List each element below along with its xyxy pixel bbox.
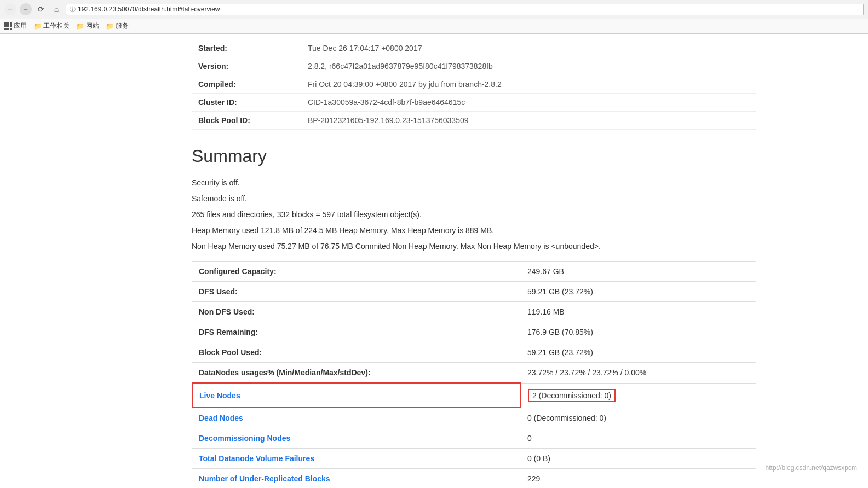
stat-label-text: DataNodes usages% (Min/Median/Max/stdDev… bbox=[199, 368, 371, 377]
stat-link[interactable]: Dead Nodes bbox=[199, 414, 243, 422]
stat-label-cell: Total Datanode Volume Failures bbox=[192, 449, 521, 469]
forward-button[interactable]: → bbox=[20, 3, 32, 15]
stat-row: Configured Capacity: 249.67 GB bbox=[192, 262, 756, 282]
info-table: Started: Tue Dec 26 17:04:17 +0800 2017 … bbox=[192, 39, 756, 130]
browser-chrome: ← → ⟳ ⌂ ⓘ 192.169.0.23:50070/dfshealth.h… bbox=[0, 0, 868, 34]
stat-value-cell: 59.21 GB (23.72%) bbox=[521, 342, 756, 363]
stat-label-cell: Dead Nodes bbox=[192, 408, 521, 428]
stat-label-cell: Block Pool Used: bbox=[192, 342, 521, 363]
info-row: Version: 2.8.2, r66c47f2a01ad9637879e95f… bbox=[192, 57, 756, 75]
info-row: Started: Tue Dec 26 17:04:17 +0800 2017 bbox=[192, 39, 756, 57]
work-label: 工作相关 bbox=[43, 21, 70, 31]
service-label: 服务 bbox=[116, 21, 129, 31]
stat-label-cell: Non DFS Used: bbox=[192, 302, 521, 322]
stat-label-cell: DFS Used: bbox=[192, 282, 521, 302]
apps-label: 应用 bbox=[14, 21, 27, 31]
summary-lines: Security is off.Safemode is off.265 file… bbox=[192, 177, 756, 252]
stat-row: Live Nodes2 (Decommissioned: 0) bbox=[192, 383, 756, 408]
highlight-value: 2 (Decommissioned: 0) bbox=[528, 389, 616, 402]
info-row: Block Pool ID: BP-2012321605-192.169.0.2… bbox=[192, 112, 756, 130]
stat-value-cell: 119.16 MB bbox=[521, 302, 756, 322]
stat-row: Total Datanode Volume Failures 0 (0 B) bbox=[192, 449, 756, 469]
summary-line: Non Heap Memory used 75.27 MB of 76.75 M… bbox=[192, 241, 756, 252]
back-button[interactable]: ← bbox=[4, 3, 16, 15]
stat-label-cell: Configured Capacity: bbox=[192, 262, 521, 282]
service-bookmark[interactable]: 📁 服务 bbox=[106, 21, 129, 31]
stat-row: DFS Used: 59.21 GB (23.72%) bbox=[192, 282, 756, 302]
stat-row: Non DFS Used: 119.16 MB bbox=[192, 302, 756, 322]
summary-heading: Summary bbox=[192, 146, 756, 166]
site-label: 网站 bbox=[86, 21, 99, 31]
apps-bookmark[interactable]: 应用 bbox=[4, 21, 27, 31]
bookmarks-bar: 应用 📁 工作相关 📁 网站 📁 服务 bbox=[0, 19, 868, 33]
stat-value-cell: 59.21 GB (23.72%) bbox=[521, 282, 756, 302]
security-icon: ⓘ bbox=[70, 5, 76, 14]
info-label: Block Pool ID: bbox=[192, 112, 301, 130]
stat-link[interactable]: Number of Under-Replicated Blocks bbox=[199, 474, 330, 483]
work-bookmark[interactable]: 📁 工作相关 bbox=[33, 21, 70, 31]
stat-row: Block Pool Used: 59.21 GB (23.72%) bbox=[192, 342, 756, 363]
summary-line: Security is off. bbox=[192, 177, 756, 189]
stat-row: DataNodes usages% (Min/Median/Max/stdDev… bbox=[192, 363, 756, 384]
stat-value-cell: 229 bbox=[521, 469, 756, 489]
stat-row: Number of Under-Replicated Blocks 229 bbox=[192, 469, 756, 489]
info-value: Tue Dec 26 17:04:17 +0800 2017 bbox=[301, 39, 756, 57]
summary-line: Heap Memory used 121.8 MB of 224.5 MB He… bbox=[192, 225, 756, 236]
info-value: CID-1a30059a-3672-4cdf-8b7f-b9ae6464615c bbox=[301, 94, 756, 112]
content-area: Started: Tue Dec 26 17:04:17 +0800 2017 … bbox=[0, 34, 767, 488]
browser-toolbar: ← → ⟳ ⌂ ⓘ 192.169.0.23:50070/dfshealth.h… bbox=[0, 0, 868, 19]
stat-value-cell: 23.72% / 23.72% / 23.72% / 0.00% bbox=[521, 363, 756, 384]
url-text: 192.169.0.23:50070/dfshealth.html#tab-ov… bbox=[78, 5, 220, 13]
apps-grid-icon bbox=[4, 22, 12, 30]
info-value: Fri Oct 20 04:39:00 +0800 2017 by jdu fr… bbox=[301, 75, 756, 94]
info-label: Started: bbox=[192, 39, 301, 57]
refresh-button[interactable]: ⟳ bbox=[35, 3, 47, 15]
info-label: Compiled: bbox=[192, 75, 301, 94]
info-row: Cluster ID: CID-1a30059a-3672-4cdf-8b7f-… bbox=[192, 94, 756, 112]
page-content: Started: Tue Dec 26 17:04:17 +0800 2017 … bbox=[0, 34, 868, 488]
stat-link[interactable]: Decommissioning Nodes bbox=[199, 434, 290, 443]
stat-label-cell: Live Nodes bbox=[192, 383, 521, 408]
stat-label-text: Non DFS Used: bbox=[199, 307, 255, 316]
stat-label-text: Configured Capacity: bbox=[199, 267, 277, 276]
stat-value-cell: 176.9 GB (70.85%) bbox=[521, 322, 756, 342]
stat-value-cell: 0 (Decommissioned: 0) bbox=[521, 408, 756, 428]
stat-link[interactable]: Total Datanode Volume Failures bbox=[199, 454, 314, 463]
stat-label-text: DFS Remaining: bbox=[199, 328, 258, 336]
folder-icon-service: 📁 bbox=[106, 22, 114, 30]
info-label: Version: bbox=[192, 57, 301, 75]
info-label: Cluster ID: bbox=[192, 94, 301, 112]
stat-label-cell: Number of Under-Replicated Blocks bbox=[192, 469, 521, 489]
summary-line: 265 files and directories, 332 blocks = … bbox=[192, 209, 756, 220]
stat-label-text: DFS Used: bbox=[199, 287, 238, 296]
folder-icon-work: 📁 bbox=[33, 22, 42, 30]
info-value: BP-2012321605-192.169.0.23-1513756033509 bbox=[301, 112, 756, 130]
stat-row: DFS Remaining: 176.9 GB (70.85%) bbox=[192, 322, 756, 342]
address-bar[interactable]: ⓘ 192.169.0.23:50070/dfshealth.html#tab-… bbox=[66, 4, 864, 15]
stat-label-cell: DFS Remaining: bbox=[192, 322, 521, 342]
stat-label-text: Block Pool Used: bbox=[199, 348, 262, 357]
stat-value-cell: 0 (0 B) bbox=[521, 449, 756, 469]
stat-label-cell: DataNodes usages% (Min/Median/Max/stdDev… bbox=[192, 363, 521, 384]
watermark: http://blog.csdn.net/qazwsxpcm bbox=[766, 464, 857, 472]
stat-value-cell: 0 bbox=[521, 428, 756, 449]
home-button[interactable]: ⌂ bbox=[50, 3, 62, 15]
site-bookmark[interactable]: 📁 网站 bbox=[76, 21, 99, 31]
summary-line: Safemode is off. bbox=[192, 193, 756, 205]
stat-row: Decommissioning Nodes 0 bbox=[192, 428, 756, 449]
stat-row: Dead Nodes 0 (Decommissioned: 0) bbox=[192, 408, 756, 428]
info-row: Compiled: Fri Oct 20 04:39:00 +0800 2017… bbox=[192, 75, 756, 94]
stats-table: Configured Capacity: 249.67 GB DFS Used:… bbox=[192, 261, 756, 488]
info-value: 2.8.2, r66c47f2a01ad9637879e95f80c41f798… bbox=[301, 57, 756, 75]
stat-label-cell: Decommissioning Nodes bbox=[192, 428, 521, 449]
stat-value-cell: 249.67 GB bbox=[521, 262, 756, 282]
stat-link[interactable]: Live Nodes bbox=[199, 391, 240, 400]
stat-value-cell: 2 (Decommissioned: 0) bbox=[521, 383, 756, 408]
folder-icon-site: 📁 bbox=[76, 22, 84, 30]
